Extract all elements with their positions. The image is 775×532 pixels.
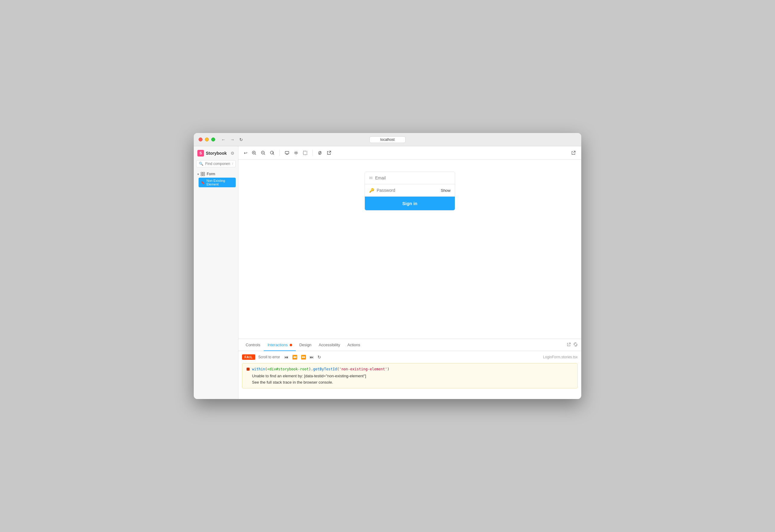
interactions-content: FAIL Scroll to error ⏮ ⏪ ⏩ ⏭ ↻ LoginForm… xyxy=(238,351,581,399)
sidebar: S Storybook ⚙ 🔍 / ▾ xyxy=(194,146,238,399)
toolbar-outline-button[interactable] xyxy=(301,149,309,157)
url-bar[interactable]: localhost xyxy=(369,136,406,143)
main-layout: S Storybook ⚙ 🔍 / ▾ xyxy=(194,146,581,399)
fail-badge: FAIL xyxy=(242,354,255,360)
svg-rect-2 xyxy=(201,174,202,176)
svg-line-21 xyxy=(329,151,331,153)
svg-rect-0 xyxy=(201,172,202,174)
settings-button[interactable]: ⚙ xyxy=(230,151,234,156)
tab-design[interactable]: Design xyxy=(296,339,315,351)
right-panel: ↩ xyxy=(238,146,581,399)
scroll-to-error-button[interactable]: Scroll to error xyxy=(258,355,280,359)
toolbar-link-button[interactable] xyxy=(316,149,324,157)
toolbar-divider-1 xyxy=(279,150,280,156)
tabs-bar: Controls Interactions Design Accessibili… xyxy=(238,339,581,351)
svg-rect-3 xyxy=(203,174,205,176)
sidebar-tree: ▾ Form 🔖 Non Existing Element xyxy=(196,171,236,395)
search-box[interactable]: 🔍 / xyxy=(196,160,236,167)
step-back-button[interactable]: ⏪ xyxy=(291,354,298,360)
svg-line-10 xyxy=(264,154,265,155)
sidebar-header: S Storybook ⚙ xyxy=(196,150,236,157)
toolbar-grid-button[interactable] xyxy=(292,149,300,157)
tabs-right xyxy=(567,342,578,347)
svg-rect-13 xyxy=(285,151,289,154)
preview-area: ✉ 🔑 Show Sign in xyxy=(238,160,581,339)
bookmark-icon: 🔖 xyxy=(201,181,205,184)
show-password-button[interactable]: Show xyxy=(441,188,451,193)
logo-area: S Storybook xyxy=(197,150,227,157)
close-button[interactable] xyxy=(198,138,202,141)
tab-accessibility[interactable]: Accessibility xyxy=(315,339,344,351)
svg-line-22 xyxy=(573,151,575,153)
toolbar-reset-button[interactable]: ↩ xyxy=(242,149,249,157)
grid-icon xyxy=(201,172,205,176)
minimize-button[interactable] xyxy=(205,138,209,141)
svg-rect-20 xyxy=(303,151,307,155)
svg-line-7 xyxy=(255,154,256,155)
titlebar: ← → ↻ localhost xyxy=(194,133,581,146)
story-filename: LoginForm.stories.tsx xyxy=(543,355,578,359)
interactions-badge xyxy=(290,344,292,346)
tab-actions[interactable]: Actions xyxy=(344,339,364,351)
email-icon: ✉ xyxy=(369,176,373,180)
toolbar-divider-2 xyxy=(312,150,313,156)
toolbar-zoom-reset-button[interactable] xyxy=(268,149,276,157)
sign-in-button[interactable]: Sign in xyxy=(365,197,455,210)
step-forward-button[interactable]: ⏩ xyxy=(300,354,307,360)
tab-interactions[interactable]: Interactions xyxy=(264,339,295,351)
storybook-logo-text: Storybook xyxy=(206,151,227,156)
error-dot-icon xyxy=(246,368,249,371)
app-window: ← → ↻ localhost S Storybook ⚙ 🔍 xyxy=(194,133,581,399)
login-form: ✉ 🔑 Show Sign in xyxy=(364,172,455,211)
svg-line-12 xyxy=(273,154,274,155)
fail-bar: FAIL Scroll to error ⏮ ⏪ ⏩ ⏭ ↻ LoginForm… xyxy=(242,354,578,360)
sidebar-item-form[interactable]: ▾ Form xyxy=(196,171,236,177)
sidebar-item-child-label: Non Existing Element xyxy=(206,179,233,186)
password-input[interactable] xyxy=(376,188,438,193)
toolbar-open-new-tab-button[interactable] xyxy=(569,149,578,157)
sidebar-item-form-label: Form xyxy=(207,172,215,176)
toolbar-zoom-in-button[interactable] xyxy=(250,149,258,157)
refresh-button[interactable]: ↻ xyxy=(238,137,244,143)
playback-controls: ⏮ ⏪ ⏩ ⏭ ↻ xyxy=(283,354,322,360)
email-field[interactable]: ✉ xyxy=(365,172,455,184)
skip-to-end-button[interactable]: ⏭ xyxy=(308,354,315,360)
svg-line-23 xyxy=(569,343,570,345)
error-hint: See the full stack trace in the browser … xyxy=(246,380,573,385)
toolbar: ↩ xyxy=(238,146,581,160)
tab-controls[interactable]: Controls xyxy=(242,339,264,351)
toolbar-viewport-button[interactable] xyxy=(283,149,291,157)
email-input[interactable] xyxy=(375,176,451,180)
traffic-lights xyxy=(198,138,215,141)
back-button[interactable]: ← xyxy=(220,137,227,143)
maximize-button[interactable] xyxy=(211,138,215,141)
search-input[interactable] xyxy=(205,162,230,166)
toolbar-zoom-out-button[interactable] xyxy=(259,149,267,157)
toolbar-group-view xyxy=(283,149,309,157)
toolbar-group-link xyxy=(316,149,333,157)
toolbar-group-left: ↩ xyxy=(242,149,276,157)
skip-to-start-button[interactable]: ⏮ xyxy=(283,354,290,360)
password-field[interactable]: 🔑 Show xyxy=(365,184,455,197)
toolbar-right xyxy=(569,149,578,157)
search-shortcut: / xyxy=(232,162,233,166)
nav-buttons: ← → ↻ xyxy=(220,137,244,143)
forward-button[interactable]: → xyxy=(229,137,236,143)
error-code-line: within(<div#storybook-root).getByTestId(… xyxy=(246,367,573,371)
chevron-down-icon: ▾ xyxy=(197,173,199,176)
storybook-logo-icon: S xyxy=(197,150,204,157)
replay-button[interactable]: ↻ xyxy=(316,354,322,360)
search-icon: 🔍 xyxy=(199,162,203,166)
error-code-text: within(<div#storybook-root).getByTestId(… xyxy=(252,367,389,371)
sidebar-item-non-existing-element[interactable]: 🔖 Non Existing Element xyxy=(198,178,236,187)
lock-icon: 🔑 xyxy=(369,188,374,193)
bottom-panel: Controls Interactions Design Accessibili… xyxy=(238,339,581,399)
error-message: Unable to find an element by: [data-test… xyxy=(246,374,573,378)
toolbar-external-link-button[interactable] xyxy=(325,149,333,157)
svg-rect-1 xyxy=(203,172,205,174)
tab-link-button-1[interactable] xyxy=(567,342,571,347)
tab-link-button-2[interactable] xyxy=(573,342,578,347)
error-block: within(<div#storybook-root).getByTestId(… xyxy=(242,363,578,388)
